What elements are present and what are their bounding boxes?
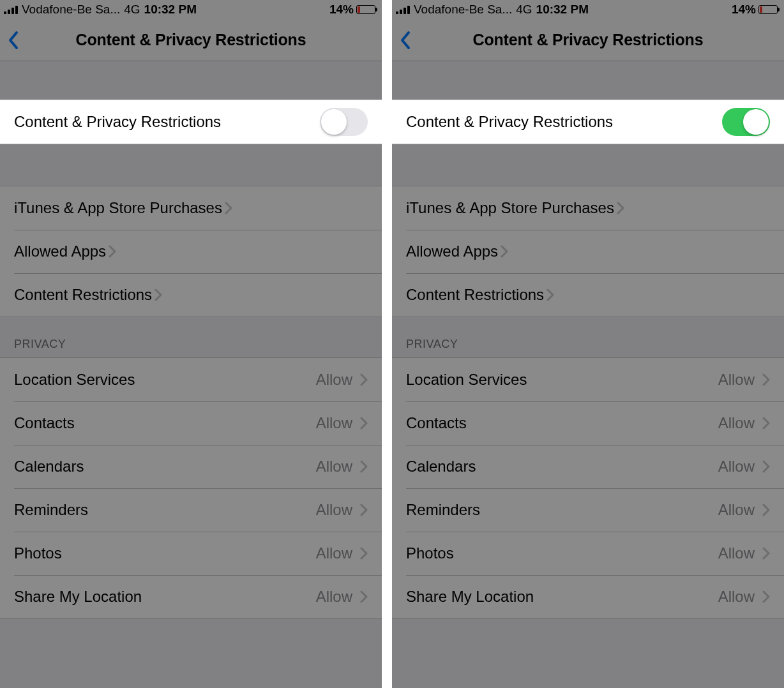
row-value: Allow — [316, 458, 358, 475]
row-value: Allow — [718, 414, 760, 432]
row-contacts[interactable]: Contacts Allow — [0, 401, 382, 445]
chevron-right-icon — [360, 547, 368, 560]
row-value: Allow — [316, 588, 358, 606]
toggle-group: Content & Privacy Restrictions — [392, 100, 784, 144]
battery-pct: 14% — [732, 3, 756, 17]
row-label: Photos — [406, 544, 454, 562]
privacy-group: Location Services Allow Contacts Allow C… — [392, 357, 784, 619]
content-privacy-toggle-row[interactable]: Content & Privacy Restrictions — [0, 100, 382, 144]
chevron-right-icon — [762, 547, 770, 560]
row-label: iTunes & App Store Purchases — [14, 199, 222, 217]
row-share-my-location[interactable]: Share My Location Allow — [392, 575, 784, 618]
chevron-right-icon — [360, 373, 368, 386]
row-value: Allow — [316, 501, 358, 519]
row-allowed-apps[interactable]: Allowed Apps — [0, 230, 382, 273]
row-label: Contacts — [14, 414, 75, 432]
carrier-label: Vodafone-Be Sa... — [414, 3, 512, 17]
row-calendars[interactable]: Calendars Allow — [0, 445, 382, 488]
row-contacts[interactable]: Contacts Allow — [392, 401, 784, 445]
privacy-section-header: Privacy — [392, 317, 784, 357]
privacy-group: Location Services Allow Contacts Allow C… — [0, 357, 382, 619]
signal-icon — [4, 5, 18, 14]
row-value: Allow — [316, 544, 358, 562]
carrier-label: Vodafone-Be Sa... — [22, 3, 120, 17]
row-label: Location Services — [406, 371, 527, 389]
row-value: Allow — [718, 458, 760, 475]
content-privacy-toggle-row[interactable]: Content & Privacy Restrictions — [392, 100, 784, 144]
screen-right: Vodafone-Be Sa... 4G 10:32 PM 14% Conten… — [392, 0, 784, 688]
content-privacy-switch[interactable] — [320, 108, 368, 136]
row-calendars[interactable]: Calendars Allow — [392, 445, 784, 488]
row-label: iTunes & App Store Purchases — [406, 199, 614, 217]
chevron-right-icon — [360, 417, 368, 430]
row-photos[interactable]: Photos Allow — [0, 532, 382, 575]
row-label: Share My Location — [14, 588, 142, 606]
row-label: Content Restrictions — [14, 286, 152, 304]
chevron-right-icon — [762, 460, 770, 473]
signal-icon — [396, 5, 410, 14]
toggle-group: Content & Privacy Restrictions — [0, 100, 382, 144]
row-itunes-purchases[interactable]: iTunes & App Store Purchases — [392, 186, 784, 230]
row-label: Photos — [14, 544, 62, 562]
chevron-right-icon — [109, 245, 116, 258]
chevron-right-icon — [617, 202, 624, 214]
row-photos[interactable]: Photos Allow — [392, 532, 784, 575]
chevron-right-icon — [360, 460, 368, 473]
battery-icon — [758, 5, 778, 14]
page-title: Content & Privacy Restrictions — [392, 31, 784, 49]
privacy-section-header: Privacy — [0, 317, 382, 357]
row-label: Allowed Apps — [14, 243, 106, 260]
clock: 10:32 PM — [536, 3, 589, 17]
row-label: Calendars — [406, 458, 476, 475]
chevron-right-icon — [762, 373, 770, 386]
content-privacy-switch[interactable] — [722, 108, 770, 136]
row-location-services[interactable]: Location Services Allow — [392, 358, 784, 401]
row-label: Share My Location — [406, 588, 534, 606]
row-label: Reminders — [406, 501, 480, 519]
row-content-restrictions[interactable]: Content Restrictions — [392, 273, 784, 317]
status-bar: Vodafone-Be Sa... 4G 10:32 PM 14% — [0, 0, 382, 19]
chevron-right-icon — [225, 202, 232, 214]
row-content-restrictions[interactable]: Content Restrictions — [0, 273, 382, 317]
clock: 10:32 PM — [144, 3, 197, 17]
chevron-right-icon — [762, 504, 770, 516]
toggle-label: Content & Privacy Restrictions — [406, 113, 613, 131]
row-share-my-location[interactable]: Share My Location Allow — [0, 575, 382, 618]
row-label: Content Restrictions — [406, 286, 544, 304]
row-value: Allow — [718, 501, 760, 519]
row-label: Calendars — [14, 458, 84, 475]
nav-bar: Content & Privacy Restrictions — [0, 19, 382, 61]
chevron-right-icon — [762, 590, 770, 603]
row-value: Allow — [718, 588, 760, 606]
network-type: 4G — [124, 3, 140, 17]
chevron-right-icon — [360, 504, 368, 516]
settings-group-1: iTunes & App Store Purchases Allowed App… — [392, 186, 784, 317]
row-label: Allowed Apps — [406, 243, 498, 260]
row-allowed-apps[interactable]: Allowed Apps — [392, 230, 784, 273]
row-reminders[interactable]: Reminders Allow — [0, 488, 382, 532]
row-reminders[interactable]: Reminders Allow — [392, 488, 784, 532]
toggle-label: Content & Privacy Restrictions — [14, 113, 221, 131]
chevron-right-icon — [547, 288, 554, 301]
row-value: Allow — [718, 371, 760, 389]
chevron-right-icon — [762, 417, 770, 430]
row-value: Allow — [718, 544, 760, 562]
row-label: Location Services — [14, 371, 135, 389]
row-value: Allow — [316, 414, 358, 432]
row-label: Reminders — [14, 501, 88, 519]
page-title: Content & Privacy Restrictions — [0, 31, 382, 49]
chevron-right-icon — [155, 288, 162, 301]
row-label: Contacts — [406, 414, 467, 432]
settings-group-1: iTunes & App Store Purchases Allowed App… — [0, 186, 382, 317]
chevron-right-icon — [501, 245, 508, 258]
battery-pct: 14% — [329, 3, 354, 17]
chevron-right-icon — [360, 590, 368, 603]
battery-icon — [356, 5, 375, 14]
row-value: Allow — [316, 371, 358, 389]
row-itunes-purchases[interactable]: iTunes & App Store Purchases — [0, 186, 382, 230]
status-bar: Vodafone-Be Sa... 4G 10:32 PM 14% — [392, 0, 784, 19]
screen-left: Vodafone-Be Sa... 4G 10:32 PM 14% Conten… — [0, 0, 392, 688]
nav-bar: Content & Privacy Restrictions — [392, 19, 784, 61]
network-type: 4G — [516, 3, 532, 17]
row-location-services[interactable]: Location Services Allow — [0, 358, 382, 401]
